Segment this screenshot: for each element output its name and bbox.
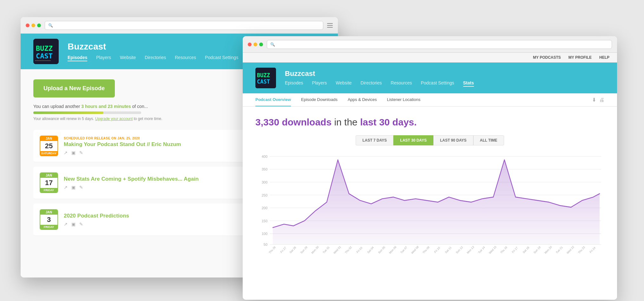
search-icon-front: 🔍 xyxy=(270,42,275,47)
progress-bar-wrap xyxy=(33,111,141,114)
progress-bar-fill xyxy=(33,111,103,114)
menu-icon[interactable] xyxy=(327,23,333,28)
svg-text:Thu 09: Thu 09 xyxy=(422,245,430,254)
svg-text:100: 100 xyxy=(262,232,267,236)
embed-icon-1[interactable]: ▣ xyxy=(71,150,76,155)
nav-resources-front[interactable]: Resources xyxy=(391,80,412,87)
sub-nav: Podcast Overview Episode Downloads Apps … xyxy=(243,93,617,107)
svg-text:BUZZ: BUZZ xyxy=(257,72,270,78)
app-header-front: BUZZ CAST Buzzcast Episodes Players Webs… xyxy=(243,63,617,93)
subnav-apps-devices[interactable]: Apps & Devices xyxy=(348,93,377,106)
share-icon-1[interactable]: ↗ xyxy=(64,150,68,155)
tab-alltime[interactable]: ALL TIME xyxy=(473,135,504,145)
nav-episodes-front[interactable]: Episodes xyxy=(285,80,303,87)
downloads-chart: 400 350 300 250 200 150 100 50 xyxy=(255,153,604,255)
subnav-listener-locations[interactable]: Listener Locations xyxy=(387,93,421,106)
maximize-dot-front[interactable] xyxy=(259,43,263,46)
svg-text:50: 50 xyxy=(264,243,267,246)
print-icon[interactable]: 🖨 xyxy=(599,97,604,103)
share-icon-2[interactable]: ↗ xyxy=(64,185,68,190)
date-month-3: JAN xyxy=(40,210,57,215)
nav-directories-front[interactable]: Directories xyxy=(361,80,382,87)
svg-text:Sat 04: Sat 04 xyxy=(367,246,374,254)
scene: 🔍 BUZZ CAST Buzzc xyxy=(21,11,623,290)
subnav-episode-downloads[interactable]: Episode Downloads xyxy=(301,93,338,106)
download-icon[interactable]: ⬇ xyxy=(592,97,596,103)
svg-text:Wed 15: Wed 15 xyxy=(488,245,497,254)
nav-players-front[interactable]: Players xyxy=(312,80,327,87)
upload-prefix: You can upload another xyxy=(33,104,81,109)
svg-text:Mon 13: Mon 13 xyxy=(466,245,475,255)
edit-icon-3[interactable]: ✎ xyxy=(79,222,83,227)
nav-players[interactable]: Players xyxy=(96,55,111,61)
svg-text:CAST: CAST xyxy=(36,52,53,60)
date-weekday-3: FRIDAY xyxy=(40,225,57,229)
svg-text:Thu 02: Thu 02 xyxy=(344,245,352,254)
svg-text:Thu 16: Thu 16 xyxy=(500,245,508,254)
nav-stats[interactable]: Stats xyxy=(463,80,474,87)
nav-resources[interactable]: Resources xyxy=(175,55,196,61)
stats-content-wrapper: MY PODCASTS MY PROFILE HELP BUZZ CAST Bu… xyxy=(243,53,617,300)
nav-directories[interactable]: Directories xyxy=(145,55,166,61)
svg-text:Tue 31: Tue 31 xyxy=(322,245,330,254)
svg-text:Sat 11: Sat 11 xyxy=(444,246,452,254)
window-controls-back xyxy=(26,23,41,27)
upload-suffix: of con... xyxy=(131,104,148,109)
address-bar-front[interactable]: 🔍 xyxy=(267,40,612,49)
search-icon: 🔍 xyxy=(48,23,53,28)
svg-text:Tue 21: Tue 21 xyxy=(555,245,563,254)
nav-website[interactable]: Website xyxy=(120,55,136,61)
date-month-2: JAN xyxy=(40,173,57,178)
svg-text:Mon 06: Mon 06 xyxy=(389,245,397,255)
embed-icon-3[interactable]: ▣ xyxy=(71,222,76,227)
date-weekday-2: FRIDAY xyxy=(40,188,57,192)
edit-icon-2[interactable]: ✎ xyxy=(79,185,83,190)
svg-text:BUZZ: BUZZ xyxy=(36,44,53,52)
svg-text:Sun 29: Sun 29 xyxy=(300,245,308,254)
embed-icon-2[interactable]: ▣ xyxy=(71,185,76,190)
subnav-overview[interactable]: Podcast Overview xyxy=(255,93,291,106)
nav-website-front[interactable]: Website xyxy=(336,80,352,87)
stats-main: 3,330 downloads in the last 30 days. LAS… xyxy=(243,107,617,300)
svg-text:300: 300 xyxy=(262,180,267,184)
upload-episode-button[interactable]: Upload a New Episode xyxy=(33,79,115,97)
nav-podcast-settings[interactable]: Podcast Settings xyxy=(205,55,238,61)
svg-text:Tue 07: Tue 07 xyxy=(400,245,408,254)
renew-days: 5 days xyxy=(82,117,93,121)
svg-text:Wed 01: Wed 01 xyxy=(333,245,341,254)
tab-90days[interactable]: LAST 90 DAYS xyxy=(433,135,473,145)
podcast-name-front: Buzzcast xyxy=(285,70,604,78)
maximize-dot[interactable] xyxy=(37,23,41,27)
close-dot[interactable] xyxy=(26,23,30,27)
my-profile-link[interactable]: MY PROFILE xyxy=(568,55,592,60)
date-day-1: 25 xyxy=(40,141,57,151)
nav-podcast-settings-front[interactable]: Podcast Settings xyxy=(421,80,454,87)
tab-30days[interactable]: LAST 30 DAYS xyxy=(393,135,433,145)
downloads-count: 3,330 downloads xyxy=(255,117,332,127)
help-link[interactable]: HELP xyxy=(599,55,609,60)
tab-7days[interactable]: LAST 7 DAYS xyxy=(356,135,393,145)
close-dot-front[interactable] xyxy=(248,43,252,46)
date-badge-1: JAN 25 SATURDAY xyxy=(40,136,58,156)
address-bar-back[interactable]: 🔍 xyxy=(45,21,323,30)
upload-time: 3 hours and 23 minutes xyxy=(81,104,131,109)
stats-headline: 3,330 downloads in the last 30 days. xyxy=(255,117,604,128)
svg-text:Sun 19: Sun 19 xyxy=(533,245,541,254)
svg-rect-3 xyxy=(35,60,51,61)
share-icon-3[interactable]: ↗ xyxy=(64,222,68,227)
minimize-dot[interactable] xyxy=(31,23,35,27)
edit-icon-1[interactable]: ✎ xyxy=(79,150,83,155)
svg-text:Mon 20: Mon 20 xyxy=(544,245,553,255)
date-day-3: 3 xyxy=(40,215,57,225)
minimize-dot-front[interactable] xyxy=(253,43,257,46)
my-podcasts-link[interactable]: MY PODCASTS xyxy=(533,55,561,60)
stats-window: 🔍 MY PODCASTS MY PROFILE HELP BUZZ CAST xyxy=(243,36,617,300)
svg-text:Fri 17: Fri 17 xyxy=(511,246,518,254)
svg-text:Fri 24: Fri 24 xyxy=(589,246,596,254)
upgrade-link[interactable]: Upgrade your account xyxy=(95,117,133,121)
nav-episodes[interactable]: Episodes xyxy=(68,55,87,61)
sub-nav-icons: ⬇ 🖨 xyxy=(592,93,604,106)
svg-text:350: 350 xyxy=(262,167,267,171)
period-highlight: last 30 days. xyxy=(360,117,417,127)
svg-text:Fri 27: Fri 27 xyxy=(280,246,287,254)
